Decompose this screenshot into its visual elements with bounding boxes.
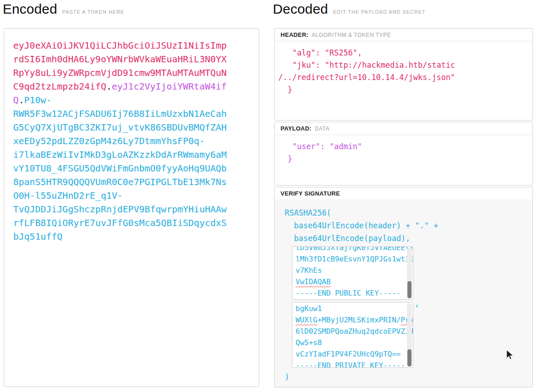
encoded-subtitle: PASTE A TOKEN HERE bbox=[62, 9, 125, 15]
encoded-title: Encoded bbox=[3, 0, 57, 18]
encoded-title-row: Encoded PASTE A TOKEN HERE bbox=[3, 0, 124, 18]
private-key-scrollbar-thumb[interactable] bbox=[407, 349, 412, 367]
public-key-scrollbar-thumb[interactable] bbox=[407, 281, 412, 298]
payload-section-head: PAYLOAD: DATA bbox=[275, 122, 532, 135]
public-key-text: lD5V0mJJXTaj7gK0TJVYAEUEElYpBlMh3fD1cB9e… bbox=[292, 246, 413, 299]
mouse-cursor-icon bbox=[504, 348, 516, 363]
payload-section-sublabel: DATA bbox=[315, 126, 330, 132]
verify-code-lines: RSASHA256( base64UrlEncode(header) + "."… bbox=[285, 206, 532, 245]
decoded-subtitle: EDIT THE PAYLOAD AND SECRET bbox=[333, 9, 426, 15]
token-signature-segment: P10w-RWR5F3w12ACjFSADU6Ij76B8IiLmUzxbN1A… bbox=[13, 95, 227, 242]
verify-signature-body: RSASHA256( base64UrlEncode(header) + "."… bbox=[275, 200, 532, 387]
decoded-title-row: Decoded EDIT THE PAYLOAD AND SECRET bbox=[273, 0, 426, 18]
private-key-text: bgKuw1WUXlG+MByjU2MLSKimxPRIN/PrV+D6lD02… bbox=[292, 302, 413, 368]
token-separator-2: . bbox=[19, 95, 24, 106]
decoded-header-json-editor[interactable]: "alg": "RS256", "jku": "http://hackmedia… bbox=[275, 41, 532, 101]
decoded-payload-box: PAYLOAD: DATA "user": "admin" } bbox=[274, 122, 533, 186]
verify-section-head: VERIFY SIGNATURE bbox=[275, 187, 532, 200]
encoded-token-editor[interactable]: eyJ0eXAiOiJKV1QiLCJhbGciOiJSUzI1NiIsImpr… bbox=[4, 28, 259, 387]
decoded-payload-json-editor[interactable]: "user": "admin" } bbox=[275, 135, 532, 171]
header-section-sublabel: ALGORITHM & TOKEN TYPE bbox=[311, 32, 391, 38]
header-section-head: HEADER: ALGORITHM & TOKEN TYPE bbox=[275, 29, 532, 41]
token-separator-1: . bbox=[106, 81, 112, 92]
decoded-header-box: HEADER: ALGORITHM & TOKEN TYPE "alg": "R… bbox=[274, 28, 533, 121]
private-key-scrollbar[interactable] bbox=[407, 303, 412, 367]
decoded-title: Decoded bbox=[273, 0, 328, 18]
verify-close-paren: ) bbox=[285, 371, 532, 383]
signature-public-key-textarea[interactable]: lD5V0mJJXTaj7gK0TJVYAEUEElYpBlMh3fD1cB9e… bbox=[292, 246, 413, 300]
header-section-label: HEADER: bbox=[281, 31, 308, 38]
payload-section-label: PAYLOAD: bbox=[281, 125, 311, 132]
verify-section-label: VERIFY SIGNATURE bbox=[281, 190, 340, 197]
public-key-scrollbar[interactable] bbox=[407, 248, 412, 298]
signature-private-key-textarea[interactable]: bgKuw1WUXlG+MByjU2MLSKimxPRIN/PrV+D6lD02… bbox=[292, 302, 413, 368]
encoded-token-text[interactable]: eyJ0eXAiOiJKV1QiLCJhbGciOiJSUzI1NiIsImpr… bbox=[13, 39, 228, 243]
verify-signature-box: VERIFY SIGNATURE RSASHA256( base64UrlEnc… bbox=[274, 187, 533, 387]
verify-comma: , bbox=[415, 299, 419, 308]
